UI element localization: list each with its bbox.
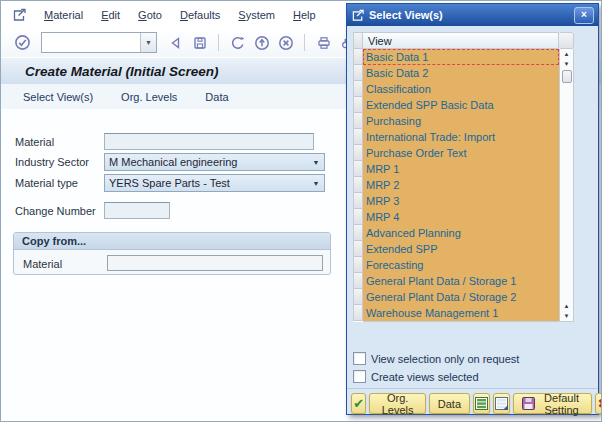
app-button-data[interactable]: Data bbox=[205, 91, 228, 103]
scrollbar-track[interactable] bbox=[560, 83, 573, 301]
dialog-footer: ✔ Org. Levels Data Default Setting bbox=[351, 392, 602, 415]
view-column-header[interactable]: View bbox=[363, 32, 559, 49]
view-row-basic-data-1[interactable]: Basic Data 1 bbox=[363, 49, 559, 65]
menu-item-edit[interactable]: Edit bbox=[92, 5, 129, 25]
select-all-views-button[interactable] bbox=[473, 393, 490, 414]
material-type-label: Material type bbox=[15, 177, 78, 189]
command-field-dropdown-icon[interactable]: ▼ bbox=[140, 33, 156, 52]
undo-icon[interactable] bbox=[228, 33, 247, 52]
exit-window-icon bbox=[351, 9, 365, 22]
view-row-basic-data-2[interactable]: Basic Data 2 bbox=[363, 65, 559, 81]
view-row-extended-spp[interactable]: Extended SPP bbox=[363, 241, 559, 257]
menu-item-help[interactable]: Help bbox=[284, 5, 325, 25]
scroll-down-icon[interactable]: ▼ bbox=[560, 59, 573, 69]
menu-item-material[interactable]: Material bbox=[35, 5, 92, 25]
view-list-body: Basic Data 1Basic Data 2ClassificationEx… bbox=[353, 49, 574, 322]
row-selector[interactable] bbox=[353, 161, 363, 177]
view-row-general-plant-data-storage-2[interactable]: General Plant Data / Storage 2 bbox=[363, 289, 559, 305]
view-row-purchasing[interactable]: Purchasing bbox=[363, 113, 559, 129]
scrollbar-thumb[interactable] bbox=[562, 70, 572, 83]
copy-from-group: Copy from... Material bbox=[13, 232, 331, 275]
view-row-purchase-order-text[interactable]: Purchase Order Text bbox=[363, 145, 559, 161]
command-field-wrap: ▼ bbox=[41, 32, 157, 53]
data-button[interactable]: Data bbox=[429, 393, 470, 414]
view-selection-checkbox[interactable] bbox=[353, 352, 366, 365]
row-selector[interactable] bbox=[353, 97, 363, 113]
red-x-icon: ✖ bbox=[598, 396, 602, 411]
view-rows: Basic Data 1Basic Data 2ClassificationEx… bbox=[363, 49, 559, 322]
row-selector[interactable] bbox=[353, 113, 363, 129]
confirm-button[interactable]: ✔ bbox=[351, 393, 366, 414]
row-selector[interactable] bbox=[353, 145, 363, 161]
industry-sector-label: Industry Sector bbox=[15, 156, 89, 168]
save-floppy-icon bbox=[522, 397, 535, 410]
view-row-classification[interactable]: Classification bbox=[363, 81, 559, 97]
create-views-checkbox[interactable] bbox=[353, 370, 366, 383]
row-selector[interactable] bbox=[353, 225, 363, 241]
default-setting-button[interactable]: Default Setting bbox=[513, 393, 592, 414]
material-input[interactable] bbox=[104, 133, 314, 150]
print-icon[interactable] bbox=[314, 33, 333, 52]
row-selector[interactable] bbox=[353, 177, 363, 193]
view-row-international-trade-import[interactable]: International Trade: Import bbox=[363, 129, 559, 145]
row-selector[interactable] bbox=[353, 305, 363, 321]
view-list-header: View bbox=[353, 32, 574, 49]
chevron-down-icon[interactable]: ▼ bbox=[308, 159, 324, 166]
row-selector[interactable] bbox=[353, 129, 363, 145]
scroll-down-icon[interactable]: ▼ bbox=[560, 311, 573, 321]
row-selector[interactable] bbox=[353, 241, 363, 257]
app-button-select-view-s[interactable]: Select View(s) bbox=[23, 91, 93, 103]
app-button-org-levels[interactable]: Org. Levels bbox=[121, 91, 177, 103]
row-selector[interactable] bbox=[353, 273, 363, 289]
row-selector[interactable] bbox=[353, 81, 363, 97]
menu-item-defaults[interactable]: Defaults bbox=[171, 5, 229, 25]
command-field[interactable] bbox=[42, 35, 140, 50]
save-icon[interactable] bbox=[190, 33, 209, 52]
row-selector[interactable] bbox=[353, 193, 363, 209]
copy-from-header: Copy from... bbox=[14, 233, 330, 250]
material-type-select[interactable]: YERS Spare Parts - Test ▼ bbox=[104, 174, 325, 192]
chevron-down-icon[interactable]: ▼ bbox=[308, 180, 324, 187]
industry-sector-value: M Mechanical engineering bbox=[109, 156, 237, 168]
row-selector[interactable] bbox=[353, 257, 363, 273]
row-selector[interactable] bbox=[353, 209, 363, 225]
deselect-all-views-icon bbox=[495, 397, 508, 410]
cancel-button[interactable]: ✖ bbox=[595, 393, 602, 414]
toolbar-separator bbox=[218, 34, 219, 51]
scroll-up-icon[interactable]: ▲ bbox=[560, 301, 573, 311]
exit-circle-icon[interactable] bbox=[252, 33, 271, 52]
row-selector[interactable] bbox=[353, 65, 363, 81]
create-views-checkbox-label: Create views selected bbox=[371, 371, 479, 383]
cancel-circle-icon[interactable] bbox=[276, 33, 295, 52]
industry-sector-select[interactable]: M Mechanical engineering ▼ bbox=[104, 153, 325, 171]
view-row-mrp-1[interactable]: MRP 1 bbox=[363, 161, 559, 177]
close-icon[interactable]: × bbox=[574, 7, 594, 24]
deselect-all-views-button[interactable] bbox=[493, 393, 510, 414]
org-levels-button[interactable]: Org. Levels bbox=[369, 393, 425, 414]
enter-icon[interactable] bbox=[13, 33, 32, 52]
view-row-mrp-4[interactable]: MRP 4 bbox=[363, 209, 559, 225]
view-row-general-plant-data-storage-1[interactable]: General Plant Data / Storage 1 bbox=[363, 273, 559, 289]
view-row-forecasting[interactable]: Forecasting bbox=[363, 257, 559, 273]
back-icon[interactable] bbox=[166, 33, 185, 52]
change-number-label: Change Number bbox=[15, 205, 96, 217]
change-number-input[interactable] bbox=[104, 202, 170, 219]
menu-item-goto[interactable]: Goto bbox=[129, 5, 171, 25]
view-row-mrp-2[interactable]: MRP 2 bbox=[363, 177, 559, 193]
exit-window-icon[interactable] bbox=[9, 7, 29, 23]
copy-material-input[interactable] bbox=[107, 255, 323, 271]
row-selector[interactable] bbox=[353, 49, 363, 65]
view-row-extended-spp-basic-data[interactable]: Extended SPP Basic Data bbox=[363, 97, 559, 113]
vertical-scrollbar[interactable]: ▲ ▼ ▲ ▼ bbox=[559, 49, 574, 322]
scroll-up-icon[interactable]: ▲ bbox=[560, 49, 573, 59]
menu-item-system[interactable]: System bbox=[229, 5, 284, 25]
row-selector-header[interactable] bbox=[353, 32, 363, 49]
checkbox-row: View selection only on request bbox=[353, 352, 519, 365]
material-label: Material bbox=[15, 136, 54, 148]
sap-window: MaterialEditGotoDefaultsSystemHelp ▼ bbox=[0, 0, 602, 422]
default-setting-label: Default Setting bbox=[540, 392, 583, 416]
row-selector[interactable] bbox=[353, 289, 363, 305]
view-row-advanced-planning[interactable]: Advanced Planning bbox=[363, 225, 559, 241]
view-row-warehouse-management-1[interactable]: Warehouse Management 1 bbox=[363, 305, 559, 321]
view-row-mrp-3[interactable]: MRP 3 bbox=[363, 193, 559, 209]
